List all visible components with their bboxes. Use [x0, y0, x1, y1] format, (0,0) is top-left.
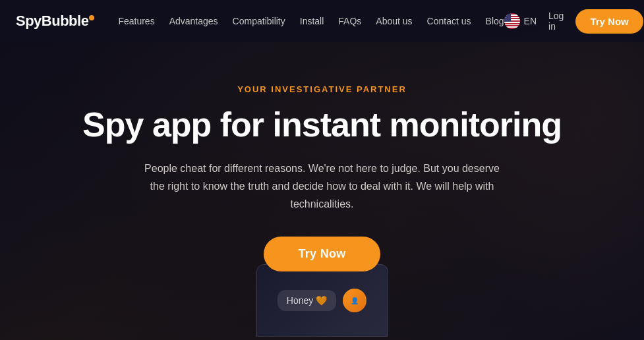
hero-content: YOUR INVESTIGATIVE PARTNER Spy app for i…: [0, 42, 644, 340]
nav-link-install[interactable]: Install: [300, 16, 324, 26]
language-label: EN: [524, 16, 537, 26]
logo-dot: [89, 15, 94, 20]
nav-link-blog[interactable]: Blog: [486, 16, 504, 26]
language-selector[interactable]: EN: [504, 13, 537, 29]
navbar: SpyBubble Features Advantages Compatibil…: [0, 0, 644, 42]
try-now-nav-button[interactable]: Try Now: [575, 9, 643, 34]
hero-title: Spy app for instant monitoring: [82, 106, 562, 144]
nav-link-faqs[interactable]: FAQs: [338, 16, 361, 26]
hero-tagline: YOUR INVESTIGATIVE PARTNER: [237, 84, 407, 94]
nav-link-compatibility[interactable]: Compatibility: [233, 16, 285, 26]
nav-link-features[interactable]: Features: [118, 16, 154, 26]
nav-link-about[interactable]: About us: [376, 16, 412, 26]
logo-text: SpyBubble: [16, 13, 88, 29]
flag-us-icon: [504, 13, 520, 29]
nav-link-contact[interactable]: Contact us: [427, 16, 471, 26]
login-link[interactable]: Log in: [548, 11, 564, 32]
nav-links: Features Advantages Compatibility Instal…: [118, 16, 504, 26]
try-now-hero-button[interactable]: Try Now: [264, 237, 380, 271]
nav-right: EN Log in Try Now: [504, 9, 643, 34]
nav-link-advantages[interactable]: Advantages: [169, 16, 218, 26]
hero-subtitle: People cheat for different reasons. We'r…: [144, 159, 500, 213]
logo[interactable]: SpyBubble: [16, 13, 94, 30]
